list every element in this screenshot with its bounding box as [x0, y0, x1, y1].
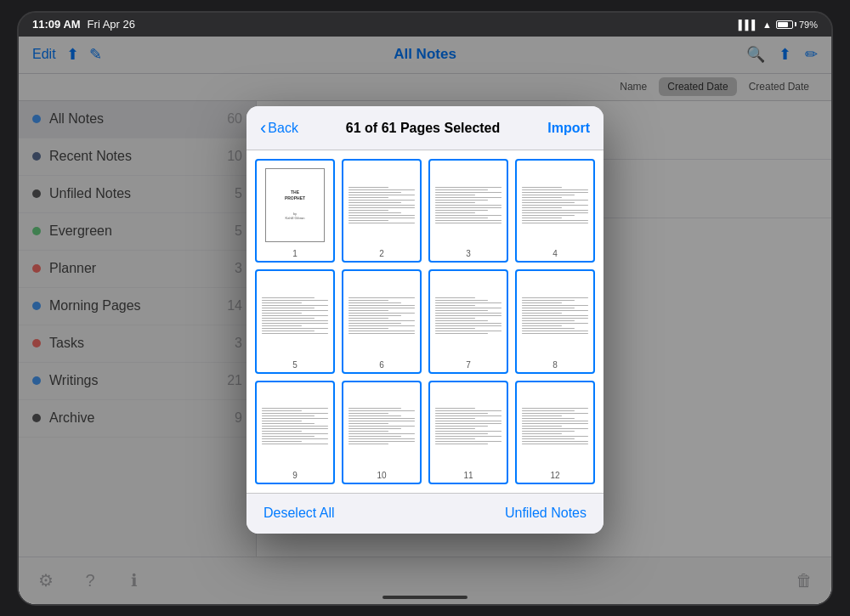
modal-footer: Deselect All Unfiled Notes [246, 493, 604, 534]
book-author: byKahlil Gibran [286, 212, 305, 220]
book-title: THEPROPHET [285, 189, 305, 201]
page-thumb-2[interactable]: 2 [342, 159, 422, 263]
page-num-12: 12 [550, 471, 559, 480]
chevron-left-icon [260, 119, 264, 138]
status-bar: 11:09 AM Fri Apr 26 ▌▌▌ ▲ 79% [19, 13, 831, 37]
page-thumb-3[interactable]: 3 [428, 159, 508, 263]
page-thumb-10[interactable]: 10 [342, 381, 422, 484]
page-num-2: 2 [379, 249, 384, 258]
battery-percent: 79% [799, 20, 818, 30]
modal-pages-grid: THEPROPHET byKahlil Gibran 1 [246, 150, 604, 492]
page-num-4: 4 [552, 249, 558, 258]
status-date: Fri Apr 26 [88, 18, 135, 31]
page-num-6: 6 [379, 360, 384, 370]
modal-title: 61 of 61 Pages Selected [346, 121, 500, 136]
page-thumb-9[interactable]: 9 [255, 381, 335, 484]
battery-icon: 79% [776, 20, 818, 30]
page-num-7: 7 [466, 360, 471, 370]
page-num-11: 11 [463, 471, 473, 480]
modal-header: Back 61 of 61 Pages Selected Import [246, 106, 604, 150]
modal-back-label: Back [268, 121, 298, 136]
status-time: 11:09 AM [32, 18, 81, 31]
page-num-3: 3 [466, 249, 471, 258]
page-num-5: 5 [292, 360, 298, 370]
destination-button[interactable]: Unfiled Notes [505, 506, 586, 521]
page-thumb-7[interactable]: 7 [428, 269, 508, 373]
deselect-all-button[interactable]: Deselect All [264, 506, 335, 521]
app-content: Edit ⬆ ✎ All Notes 🔍 ⬆ ✏ Name Created Da… [19, 37, 831, 604]
page-thumb-4[interactable]: 4 [515, 159, 595, 263]
page-num-1: 1 [292, 249, 298, 258]
wifi-icon: ▲ [762, 20, 772, 30]
modal-import-button[interactable]: Import [547, 121, 590, 136]
status-icons: ▌▌▌ ▲ 79% [739, 20, 818, 30]
page-num-10: 10 [377, 471, 386, 480]
modal-back-button[interactable]: Back [260, 119, 298, 138]
page-num-8: 8 [552, 360, 558, 370]
modal: Back 61 of 61 Pages Selected Import THEP… [246, 106, 604, 533]
page-thumb-11[interactable]: 11 [428, 381, 508, 484]
page-num-9: 9 [292, 471, 298, 480]
ipad-frame: 11:09 AM Fri Apr 26 ▌▌▌ ▲ 79% Edit ⬆ ✎ A… [17, 11, 833, 606]
page-thumb-6[interactable]: 6 [342, 269, 422, 373]
page-thumb-12[interactable]: 12 [515, 381, 595, 484]
page-thumb-1[interactable]: THEPROPHET byKahlil Gibran 1 [255, 159, 335, 263]
modal-overlay: Back 61 of 61 Pages Selected Import THEP… [19, 37, 831, 604]
signal-icon: ▌▌▌ [739, 20, 758, 30]
page-thumb-5[interactable]: 5 [255, 269, 335, 373]
page-thumb-8[interactable]: 8 [515, 269, 595, 373]
